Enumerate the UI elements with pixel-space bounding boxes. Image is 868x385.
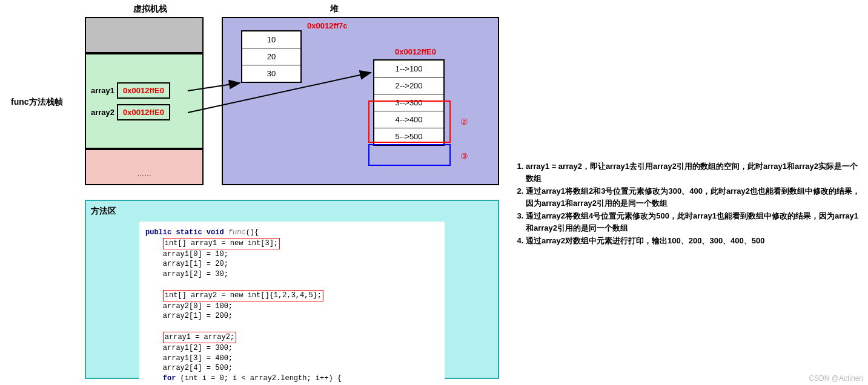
explanation-list: array1 = array2，即让array1去引用array2引用的数组的空…	[515, 160, 860, 248]
annotation-3: ③	[460, 151, 468, 161]
header-heap: 堆	[330, 4, 339, 15]
heap-t2-cell0: 1-->100	[374, 61, 443, 77]
frame-label: func方法栈帧	[11, 97, 63, 108]
pointer-row-array1: array1 0x0012ffE0	[91, 82, 170, 99]
heap-t1-cell0: 10	[242, 31, 300, 48]
stack-frame-func	[85, 53, 204, 149]
pointer-row-array2: array2 0x0012ffE0	[91, 104, 170, 120]
highlight-blue	[368, 144, 451, 166]
code-block: public static void func(){ int[] array1 …	[139, 222, 445, 385]
header-stack: 虚拟机栈	[133, 4, 167, 15]
stack-red-bottom	[85, 149, 204, 185]
stack-ellipsis: ……	[85, 169, 204, 178]
heap-addr2: 0x0012ffE0	[395, 47, 436, 56]
ptr-label-array2: array2	[91, 108, 114, 117]
note-1: array1 = array2，即让array1去引用array2引用的数组的空…	[526, 160, 860, 184]
method-area: 方法区 public static void func(){ int[] arr…	[85, 200, 499, 379]
watermark: CSDN @Actinen	[809, 374, 863, 383]
annotation-1: ①	[228, 79, 236, 88]
highlight-red	[368, 100, 451, 143]
annotation-2: ②	[460, 117, 468, 127]
heap-t1-cell2: 30	[242, 65, 300, 82]
note-3: 通过array2将数组4号位置元素修改为500，此时array1也能看到数组中修…	[526, 210, 860, 234]
ptr-addr-array2: 0x0012ffE0	[117, 104, 170, 120]
heap-t1-cell1: 20	[242, 48, 300, 65]
note-2: 通过array1将数组2和3号位置元素修改为300、400，此时array2也也…	[526, 185, 860, 209]
note-4: 通过array2对数组中元素进行打印，输出100、200、300、400、500	[526, 235, 860, 247]
ptr-addr-array1: 0x0012ffE0	[117, 82, 170, 99]
ptr-label-array1: array1	[91, 86, 114, 95]
heap-table1: 10 20 30	[241, 30, 302, 83]
stack-gray-top	[85, 17, 204, 53]
heap-t2-cell1: 2-->200	[374, 77, 443, 94]
method-area-title: 方法区	[91, 206, 493, 217]
heap-addr1: 0x0012ff7c	[307, 21, 348, 30]
